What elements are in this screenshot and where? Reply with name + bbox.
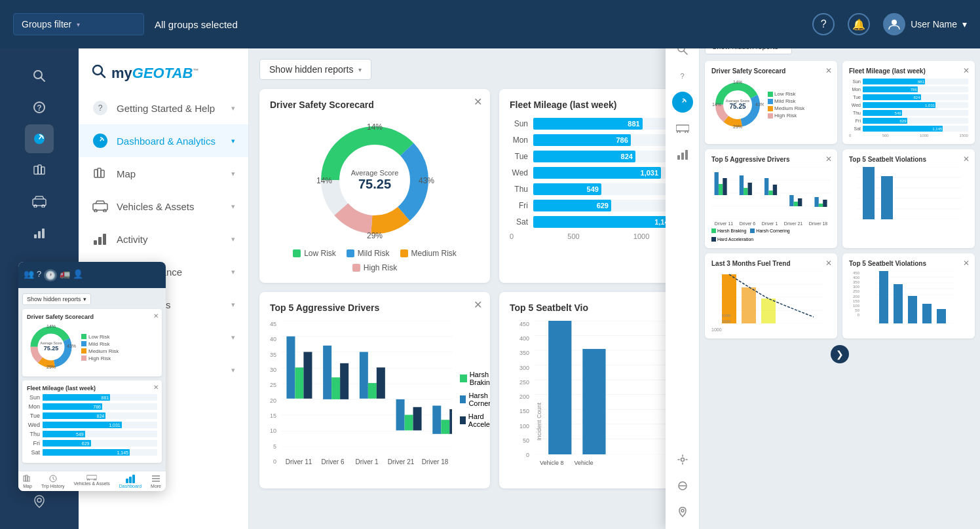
sidebar-item-dashboard[interactable]: Dashboard & Analytics ▾ — [79, 124, 248, 157]
overlay-sidebar-vehicles[interactable] — [672, 118, 693, 139]
svg-rect-96 — [548, 321, 571, 454]
svg-rect-72 — [295, 367, 303, 399]
svg-rect-127 — [676, 125, 689, 131]
overlay-seatbelt2-card: Top 5 Seatbelt Violations ✕ 450400350300… — [842, 253, 975, 338]
donut-legend: Low Risk Mild Risk Medium Risk High — [270, 249, 480, 272]
svg-rect-154 — [719, 184, 723, 195]
svg-rect-71 — [286, 337, 295, 399]
svg-rect-174 — [863, 167, 875, 219]
mini-driver-safety-close[interactable]: ✕ — [153, 312, 159, 319]
mini-show-chevron: ▾ — [83, 296, 86, 302]
overlay-aggressive-close[interactable]: ✕ — [825, 155, 832, 164]
overlay-sidebar-activity[interactable] — [672, 144, 693, 165]
overlay-seatbelt2-title: Top 5 Seatbelt Violations — [849, 260, 968, 267]
mini-fleet-close[interactable]: ✕ — [153, 384, 159, 391]
user-menu-button[interactable]: User Name ▾ — [883, 13, 967, 35]
activity-label: Activity — [117, 234, 223, 245]
overlay-seatbelt2-close[interactable]: ✕ — [963, 259, 970, 268]
svg-rect-80 — [396, 399, 405, 431]
axis-1000: 1000 — [633, 232, 649, 240]
overlay-sidebar-location[interactable] — [672, 502, 693, 522]
aggressive-drivers-title: Top 5 Aggressive Drivers — [270, 302, 480, 313]
svg-rect-6 — [34, 166, 38, 174]
overlay-cards-row3: Last 3 Months Fuel Trend ✕ 1600 1000 100… — [705, 253, 975, 338]
svg-rect-155 — [723, 178, 726, 195]
mini-screenshot-window: 👥 ? 🕐 🚛 👤 Show hidden reports ▾ Driver S… — [18, 262, 166, 491]
logo-text: myGEOTAB™ — [111, 65, 198, 82]
overlay-fleet-close[interactable]: ✕ — [963, 66, 970, 75]
mini-help-icon: ? — [37, 269, 41, 282]
activity-icon — [92, 230, 109, 247]
mini-nav-vehicles[interactable]: Vehicles & Assets — [74, 474, 110, 488]
groups-filter-button[interactable]: Groups filter ▾ — [13, 13, 144, 35]
aggressive-drivers-close-button[interactable]: ✕ — [474, 300, 482, 310]
driver-safety-card: Driver Safety Scorecard ✕ — [259, 89, 490, 283]
seatbelt-vehicle-label: Vehicle — [575, 460, 594, 466]
mild-risk-dot — [347, 249, 354, 257]
overlay-sidebar-settings[interactable] — [672, 449, 693, 470]
mini-nav-more[interactable]: More — [151, 474, 161, 488]
show-hidden-reports-button[interactable]: Show hidden reports ▾ — [259, 59, 371, 80]
nav-right-area: ? 🔔 User Name ▾ — [812, 13, 967, 35]
svg-rect-79 — [377, 367, 385, 399]
svg-rect-130 — [677, 155, 680, 160]
sidebar-item-activity[interactable]: Activity ▾ — [79, 223, 248, 255]
svg-rect-119 — [132, 475, 135, 483]
svg-rect-97 — [582, 349, 605, 454]
mini-topnav: 👥 ? 🕐 🚛 👤 — [18, 262, 166, 288]
svg-point-0 — [34, 71, 42, 79]
overlay-cards-row1: Driver Safety Scorecard ✕ Average Score … — [705, 61, 975, 144]
svg-rect-156 — [740, 175, 744, 195]
overlay-fleet-mileage-title: Fleet Mileage (last week) — [849, 67, 968, 75]
bar-fill-tue: 824 — [533, 151, 635, 162]
mini-fleet-mileage-title: Fleet Mileage (last week) — [27, 385, 157, 392]
mini-nav-dashboard[interactable]: Dashboard — [119, 474, 141, 488]
overlay-seatbelt-close[interactable]: ✕ — [963, 155, 970, 164]
medium-risk-label: Medium Risk — [411, 249, 457, 258]
svg-point-28 — [104, 210, 106, 212]
overlay-cards-row2: Top 5 Aggressive Drivers ✕ — [705, 149, 975, 248]
rail-icon-activity[interactable] — [25, 219, 54, 247]
rail-icon-search[interactable] — [25, 62, 54, 90]
rail-icon-location[interactable] — [25, 487, 54, 516]
svg-point-129 — [685, 131, 688, 133]
svg-rect-161 — [773, 185, 777, 195]
svg-rect-117 — [126, 479, 128, 483]
svg-text:43%: 43% — [67, 344, 76, 348]
map-chevron-icon: ▾ — [231, 170, 235, 178]
mini-nav-trip-history[interactable]: Trip History — [41, 474, 65, 488]
svg-rect-83 — [432, 406, 441, 434]
svg-rect-30 — [98, 237, 102, 245]
mini-nav-map[interactable]: Map — [23, 474, 32, 488]
rail-icon-help[interactable]: ? — [25, 93, 54, 122]
svg-rect-193 — [894, 284, 903, 323]
mini-driver-safety-card: Driver Safety Scorecard ✕ Average Score … — [22, 309, 162, 376]
messages-chevron-icon: ▾ — [231, 301, 235, 309]
aggressive-drivers-chart: 45 40 35 30 25 20 15 10 5 0 — [270, 321, 480, 478]
rail-icon-vehicles[interactable] — [25, 187, 54, 216]
overlay-sidebar-help[interactable]: ? — [672, 65, 693, 86]
sidebar-item-vehicles[interactable]: Vehicles & Assets ▾ — [79, 190, 248, 223]
overlay-driver-safety-card: Driver Safety Scorecard ✕ Average Score … — [705, 61, 837, 144]
mini-show-hidden-btn[interactable]: Show hidden reports ▾ — [22, 293, 91, 305]
svg-point-11 — [42, 205, 45, 208]
overlay-fuel-close[interactable]: ✕ — [825, 259, 832, 268]
sidebar-item-map[interactable]: Map ▾ — [79, 157, 248, 190]
overlay-next-btn[interactable]: ❯ — [831, 345, 849, 363]
rail-icon-dashboard[interactable] — [25, 124, 54, 153]
overlay-driver-safety-close[interactable]: ✕ — [825, 66, 832, 75]
svg-rect-76 — [340, 363, 349, 399]
driver-safety-close-button[interactable]: ✕ — [474, 97, 482, 107]
legend-harsh-braking: Harsh Braking — [470, 371, 490, 386]
notifications-button[interactable]: 🔔 — [848, 13, 870, 35]
overlay-sidebar-block[interactable] — [672, 475, 693, 496]
sidebar-item-getting-started[interactable]: ? Getting Started & Help ▾ — [79, 92, 248, 124]
logo-search-icon — [92, 64, 106, 82]
overlay-seatbelt-svg — [849, 167, 968, 219]
help-button[interactable]: ? — [812, 13, 835, 35]
rail-icon-map[interactable] — [25, 156, 54, 185]
svg-line-22 — [100, 139, 102, 141]
mini-person-icon: 👤 — [73, 269, 83, 282]
svg-text:1000: 1000 — [722, 314, 731, 318]
overlay-sidebar-dashboard[interactable] — [672, 92, 693, 113]
